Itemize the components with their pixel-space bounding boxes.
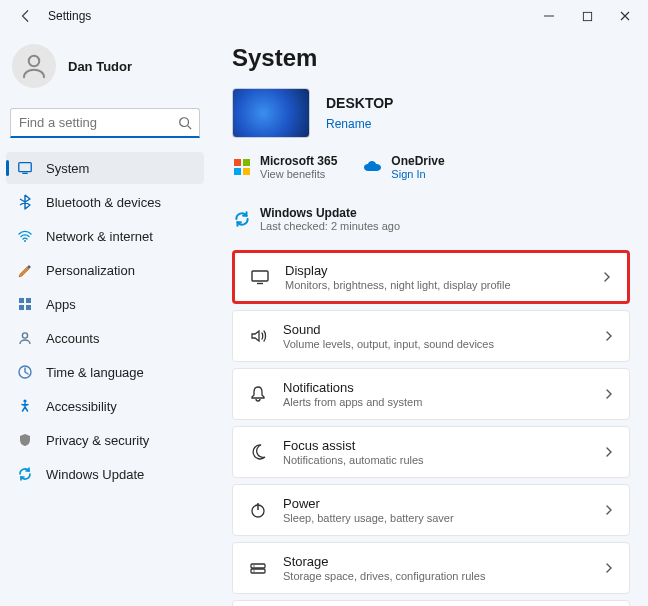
row-desc: Storage space, drives, configuration rul… — [283, 570, 589, 582]
status-title: Microsoft 365 — [260, 154, 337, 168]
nav-label: Network & internet — [46, 229, 153, 244]
nav-label: Time & language — [46, 365, 144, 380]
svg-point-7 — [24, 240, 26, 242]
nav-time[interactable]: Time & language — [6, 356, 204, 388]
wifi-icon — [16, 227, 34, 245]
nav-apps[interactable]: Apps — [6, 288, 204, 320]
status-windows-update[interactable]: Windows Update Last checked: 2 minutes a… — [232, 206, 400, 232]
svg-point-26 — [253, 570, 254, 571]
nav-label: Personalization — [46, 263, 135, 278]
nav-label: Accounts — [46, 331, 99, 346]
accessibility-icon — [16, 397, 34, 415]
main-content: System DESKTOP Rename Microsoft 365 View… — [210, 32, 648, 606]
nav-label: Apps — [46, 297, 76, 312]
chevron-right-icon — [603, 562, 615, 574]
sound-icon — [247, 325, 269, 347]
row-title: Notifications — [283, 380, 589, 395]
svg-rect-9 — [26, 298, 31, 303]
status-row: Microsoft 365 View benefits OneDrive Sig… — [232, 154, 630, 232]
chevron-right-icon — [603, 388, 615, 400]
row-title: Storage — [283, 554, 589, 569]
settings-list: Display Monitors, brightness, night ligh… — [232, 250, 630, 606]
bluetooth-icon — [16, 193, 34, 211]
back-button[interactable] — [14, 4, 38, 28]
search-input[interactable] — [10, 108, 200, 138]
bell-icon — [247, 383, 269, 405]
accounts-icon — [16, 329, 34, 347]
nav-system[interactable]: System — [6, 152, 204, 184]
status-sub[interactable]: Sign In — [391, 168, 444, 180]
svg-point-12 — [22, 333, 27, 338]
nav-label: Privacy & security — [46, 433, 149, 448]
nav-network[interactable]: Network & internet — [6, 220, 204, 252]
status-sub: Last checked: 2 minutes ago — [260, 220, 400, 232]
personalization-icon — [16, 261, 34, 279]
row-desc: Alerts from apps and system — [283, 396, 589, 408]
update-icon — [16, 465, 34, 483]
close-button[interactable] — [606, 2, 644, 30]
nav-personalization[interactable]: Personalization — [6, 254, 204, 286]
svg-point-25 — [253, 565, 254, 566]
sidebar: Dan Tudor System Bluetooth & devices — [0, 32, 210, 606]
minimize-button[interactable] — [530, 2, 568, 30]
nav-label: Windows Update — [46, 467, 144, 482]
device-thumbnail — [232, 88, 310, 138]
svg-rect-15 — [234, 159, 241, 166]
row-desc: Notifications, automatic rules — [283, 454, 589, 466]
nav-windows-update[interactable]: Windows Update — [6, 458, 204, 490]
chevron-right-icon — [603, 504, 615, 516]
status-sub: View benefits — [260, 168, 337, 180]
update-status-icon — [232, 209, 252, 229]
nav-bluetooth[interactable]: Bluetooth & devices — [6, 186, 204, 218]
svg-rect-1 — [583, 12, 591, 20]
nav-label: Bluetooth & devices — [46, 195, 161, 210]
svg-rect-17 — [234, 168, 241, 175]
svg-rect-8 — [19, 298, 24, 303]
row-desc: Monitors, brightness, night light, displ… — [285, 279, 587, 291]
row-display[interactable]: Display Monitors, brightness, night ligh… — [232, 250, 630, 304]
status-title: Windows Update — [260, 206, 400, 220]
chevron-right-icon — [603, 446, 615, 458]
svg-rect-23 — [251, 564, 265, 568]
moon-icon — [247, 441, 269, 463]
onedrive-icon — [363, 157, 383, 177]
svg-rect-16 — [243, 159, 250, 166]
status-onedrive[interactable]: OneDrive Sign In — [363, 154, 444, 180]
svg-rect-10 — [19, 305, 24, 310]
storage-icon — [247, 557, 269, 579]
row-desc: Sleep, battery usage, battery saver — [283, 512, 589, 524]
svg-rect-19 — [252, 271, 268, 281]
maximize-button[interactable] — [568, 2, 606, 30]
row-storage[interactable]: Storage Storage space, drives, configura… — [232, 542, 630, 594]
search-box[interactable] — [10, 108, 200, 138]
system-icon — [16, 159, 34, 177]
nav-label: System — [46, 161, 89, 176]
clock-icon — [16, 363, 34, 381]
device-name: DESKTOP — [326, 95, 393, 111]
row-title: Power — [283, 496, 589, 511]
nav-accessibility[interactable]: Accessibility — [6, 390, 204, 422]
nav-label: Accessibility — [46, 399, 117, 414]
row-focus-assist[interactable]: Focus assist Notifications, automatic ru… — [232, 426, 630, 478]
device-header: DESKTOP Rename — [232, 88, 630, 138]
status-title: OneDrive — [391, 154, 444, 168]
row-title: Display — [285, 263, 587, 278]
nav-accounts[interactable]: Accounts — [6, 322, 204, 354]
row-sound[interactable]: Sound Volume levels, output, input, soun… — [232, 310, 630, 362]
svg-rect-5 — [19, 163, 31, 172]
row-notifications[interactable]: Notifications Alerts from apps and syste… — [232, 368, 630, 420]
avatar — [12, 44, 56, 88]
row-multitasking[interactable]: Multitasking Snap windows, desktops, tas… — [232, 600, 630, 606]
power-icon — [247, 499, 269, 521]
nav-privacy[interactable]: Privacy & security — [6, 424, 204, 456]
status-m365[interactable]: Microsoft 365 View benefits — [232, 154, 337, 180]
svg-rect-24 — [251, 569, 265, 573]
chevron-right-icon — [601, 271, 613, 283]
svg-point-2 — [29, 56, 40, 67]
rename-link[interactable]: Rename — [326, 117, 393, 131]
row-title: Sound — [283, 322, 589, 337]
apps-icon — [16, 295, 34, 313]
row-power[interactable]: Power Sleep, battery usage, battery save… — [232, 484, 630, 536]
row-title: Focus assist — [283, 438, 589, 453]
user-block[interactable]: Dan Tudor — [6, 40, 204, 100]
